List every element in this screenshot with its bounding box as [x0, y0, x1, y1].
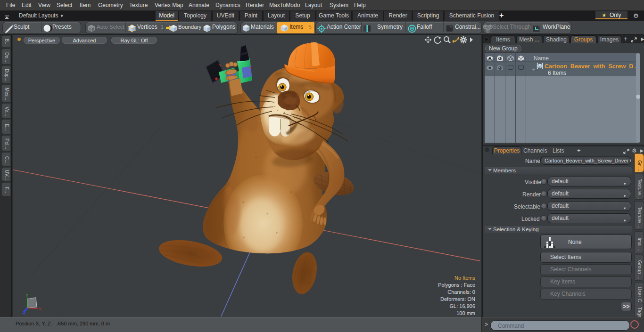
- svg-text:X: X: [39, 307, 41, 311]
- svg-text:Y: Y: [25, 293, 28, 298]
